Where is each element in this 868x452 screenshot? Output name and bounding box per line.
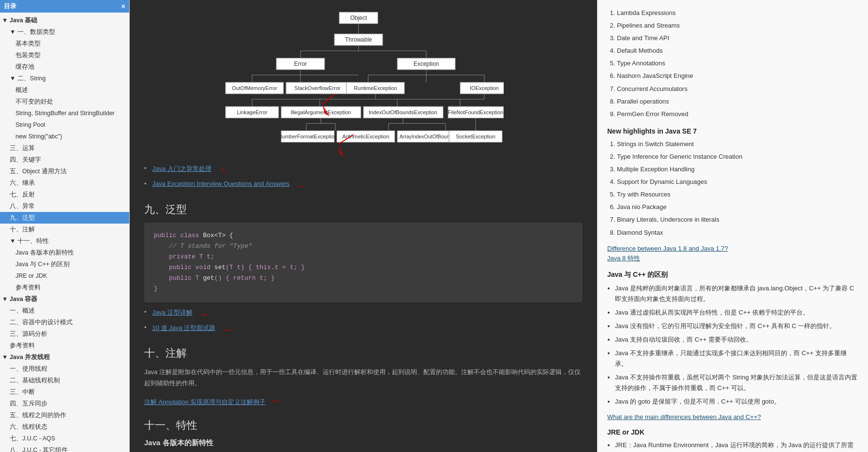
exception-links: • Java 入门之异常处理 → • Java Exception Interv…: [144, 165, 583, 193]
java8-feature-item-7: Parallel operations: [617, 96, 858, 107]
jre-jdk-item-0: JRE：Java Runtime Environment，Java 运行环境的简…: [615, 440, 858, 452]
sidebar-item-interrupt[interactable]: 三、中断: [0, 386, 129, 398]
sidebar-item-thread-mechanism[interactable]: 二、基础线程机制: [0, 375, 129, 386]
annotation-link[interactable]: 注解 Annotation 实现原理与自定义注解例子: [144, 398, 266, 407]
sidebar-item-jre-jdk[interactable]: JRE or JDK: [0, 270, 129, 282]
sidebar-item-mutual[interactable]: 四、互斥同步: [0, 398, 129, 409]
generics-code: public class Box<T> { // T stands for "T…: [144, 223, 583, 302]
features-subtitle: Java 各版本的新特性: [144, 438, 583, 448]
java7-features-list: Strings in Switch StatementType Inferenc…: [607, 139, 858, 238]
annotation-links: 注解 Annotation 实现原理与自定义注解例子 ←: [144, 394, 583, 408]
sidebar-item-features[interactable]: ▼ 十一、特性: [0, 235, 129, 247]
java-cpp-item-0: Java 是纯粹的面向对象语言，所有的对象都继承自 java.lang.Obje…: [615, 283, 858, 304]
exception-diagram: Object Throwable Error Exception Out: [144, 10, 583, 160]
sidebar-close-button[interactable]: ×: [121, 2, 125, 10]
sidebar-item-overview[interactable]: 概述: [0, 84, 129, 96]
sidebar-item-annotation[interactable]: 十、注解: [0, 224, 129, 235]
sidebar: 目录 × ▼ Java 基础▼ 一、数据类型基本类型包装类型缓存池▼ 二、Str…: [0, 0, 130, 452]
java8-feature-item-0: Lambda Expressions: [617, 8, 858, 18]
svg-text:FileNotFoundException: FileNotFoundException: [448, 109, 503, 115]
annotation-description: Java 注解是附加在代码中的一些元信息，用于一些工具在编译、运行时进行解析和使…: [144, 366, 583, 389]
java7-section-title: New highlights in Java SE 7: [607, 127, 858, 135]
diff-link-1[interactable]: Difference between Java 1.8 and Java 1.7…: [607, 245, 858, 252]
sidebar-item-ops[interactable]: 三、运算: [0, 142, 129, 154]
sidebar-item-data-types[interactable]: ▼ 一、数据类型: [0, 26, 129, 38]
sidebar-item-new-string[interactable]: new String("abc"): [0, 131, 129, 142]
java-cpp-item-2: Java 没有指针，它的引用可以理解为安全指针，而 C++ 具有和 C 一样的指…: [615, 321, 858, 331]
sidebar-item-juc-aqs[interactable]: 七、J.U.C - AQS: [0, 433, 129, 444]
java7-feature-item-2: Multiple Exception Handling: [617, 164, 858, 175]
java-cpp-item-5: Java 不支持操作符重载，虽然可以对两个 String 对象执行加法运算，但是…: [615, 372, 858, 393]
sidebar-item-wrapper[interactable]: 包装类型: [0, 49, 129, 61]
sidebar-item-container-overview[interactable]: 一、概述: [0, 305, 129, 316]
sidebar-item-generics[interactable]: 九、泛型: [0, 212, 129, 224]
svg-text:ArithmeticException: ArithmeticException: [342, 134, 389, 139]
java7-feature-item-5: Java nio Package: [617, 202, 858, 212]
java7-feature-item-3: Support for Dynamic Languages: [617, 177, 858, 187]
sidebar-item-java-container[interactable]: ▼ Java 容器: [0, 293, 129, 305]
svg-text:IllegalArgumentException: IllegalArgumentException: [291, 109, 351, 115]
sidebar-item-java-concurrent[interactable]: ▼ Java 并发线程: [0, 351, 129, 363]
java8-feature-item-6: Concurrent Accumulators: [617, 84, 858, 94]
svg-text:Exception: Exception: [414, 60, 439, 67]
sidebar-item-java-versions[interactable]: Java 各版本的新特性: [0, 247, 129, 258]
sidebar-item-primitive[interactable]: 基本类型: [0, 38, 129, 49]
sidebar-item-exception[interactable]: 八、异常: [0, 200, 129, 212]
exception-hierarchy-svg: Object Throwable Error Exception Out: [223, 10, 504, 160]
sidebar-item-thread-coop[interactable]: 五、线程之间的协作: [0, 409, 129, 421]
generics-links: • Java 泛型详解 ← • 10 道 Java 泛型面试题 ←: [144, 308, 583, 336]
java8-feature-item-4: Type Annotations: [617, 58, 858, 69]
diff-link-2[interactable]: Java 8 特性: [607, 254, 858, 263]
sidebar-item-references[interactable]: 参考资料: [0, 282, 129, 293]
sidebar-item-string-pool[interactable]: String Pool: [0, 119, 129, 131]
svg-text:IOException: IOException: [470, 85, 499, 91]
java8-feature-item-1: Pipelines and Streams: [617, 20, 858, 31]
sidebar-item-container-refs[interactable]: 参考资料: [0, 340, 129, 351]
sidebar-item-juc-other[interactable]: 八、J.U.C - 其它组件: [0, 444, 129, 452]
sidebar-item-object-methods[interactable]: 五、Object 通用方法: [0, 166, 129, 177]
sidebar-item-thread-state[interactable]: 六、线程状态: [0, 421, 129, 433]
generics-link-1[interactable]: Java 泛型详解: [152, 308, 193, 317]
sidebar-header: 目录 ×: [0, 0, 129, 13]
java-cpp-item-6: Java 的 goto 是保留字，但是不可用，C++ 可以使用 goto。: [615, 396, 858, 407]
svg-text:IndexOutOfBoundsException: IndexOutOfBoundsException: [369, 109, 437, 115]
diff-links: Difference between Java 1.8 and Java 1.7…: [607, 245, 858, 263]
java-cpp-list: Java 是纯粹的面向对象语言，所有的对象都继承自 java.lang.Obje…: [607, 283, 858, 407]
sidebar-item-stringbuffer[interactable]: String, StringBuffer and StringBuilder: [0, 107, 129, 119]
sidebar-item-use-thread[interactable]: 一、使用线程: [0, 363, 129, 375]
exception-link-2[interactable]: Java Exception Interview Questions and A…: [152, 180, 290, 187]
jre-jdk-title: JRE or JDK: [607, 428, 858, 436]
java8-feature-item-8: PermGen Error Removed: [617, 109, 858, 120]
sidebar-item-java-cpp[interactable]: Java 与 C++ 的区别: [0, 258, 129, 270]
java7-feature-item-7: Diamond Syntax: [617, 227, 858, 238]
main-diff-link[interactable]: What are the main differences between Ja…: [607, 413, 858, 421]
sidebar-item-immutable[interactable]: 不可变的好处: [0, 96, 129, 107]
svg-text:NumberFormatException: NumberFormatException: [278, 134, 337, 139]
sidebar-item-source-analysis[interactable]: 三、源码分析: [0, 328, 129, 340]
java8-feature-item-2: Date and Time API: [617, 33, 858, 44]
sidebar-item-keywords[interactable]: 四、关键字: [0, 154, 129, 166]
sidebar-item-reflect[interactable]: 七、反射: [0, 189, 129, 200]
right-panel: Lambda ExpressionsPipelines and StreamsD…: [597, 0, 868, 452]
sidebar-item-cache-pool[interactable]: 缓存池: [0, 61, 129, 73]
svg-text:Error: Error: [294, 60, 307, 67]
svg-text:OutOfMemoryError: OutOfMemoryError: [232, 85, 277, 91]
generics-link-2[interactable]: 10 道 Java 泛型面试题: [152, 324, 216, 332]
svg-text:Throwable: Throwable: [345, 36, 372, 43]
java7-feature-item-1: Type Inference for Generic Instance Crea…: [617, 151, 858, 162]
sidebar-item-inherit[interactable]: 六、继承: [0, 177, 129, 189]
java7-feature-item-6: Binary Literals, Underscore in literals: [617, 214, 858, 225]
sidebar-item-java-basics[interactable]: ▼ Java 基础: [0, 15, 129, 26]
annotation-title: 十、注解: [144, 346, 583, 361]
features-title: 十一、特性: [144, 418, 583, 433]
svg-text:LinkageError: LinkageError: [237, 109, 268, 115]
generics-title: 九、泛型: [144, 202, 583, 217]
exception-link-1[interactable]: Java 入门之异常处理: [152, 165, 211, 173]
svg-text:StackOverflowError: StackOverflowError: [294, 85, 341, 91]
sidebar-item-string[interactable]: ▼ 二、String: [0, 73, 129, 84]
main-content: Object Throwable Error Exception Out: [130, 0, 597, 452]
sidebar-item-design-patterns[interactable]: 二、容器中的设计模式: [0, 316, 129, 328]
java-cpp-item-1: Java 通过虚拟机从而实现跨平台特性，但是 C++ 依赖于特定的平台。: [615, 307, 858, 318]
java7-feature-item-0: Strings in Switch Statement: [617, 139, 858, 150]
sidebar-title: 目录: [4, 2, 16, 11]
